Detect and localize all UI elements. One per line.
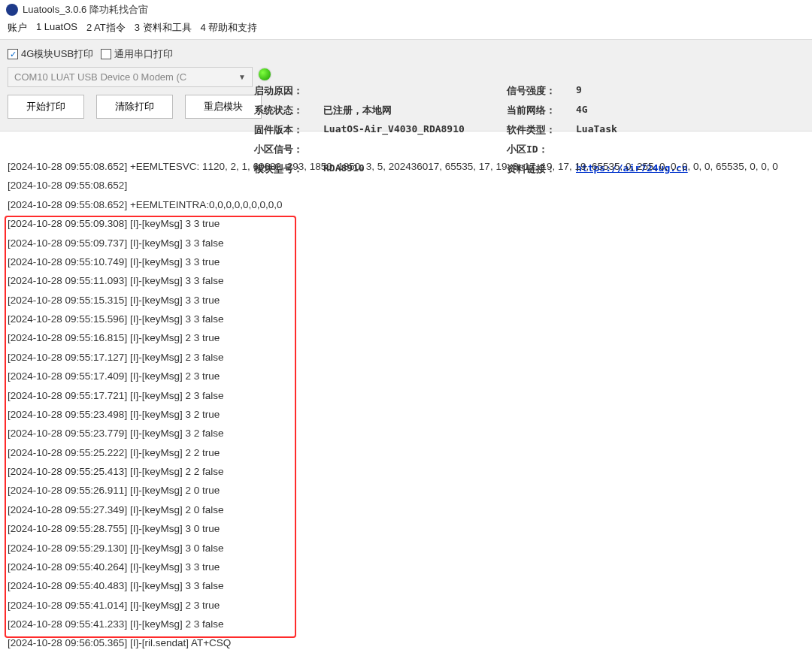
- log-line: [2024-10-28 09:55:23.779] [I]-[keyMsg] 3…: [8, 424, 804, 443]
- checkbox-serial-print[interactable]: 通用串口打印: [101, 47, 173, 61]
- log-line: [2024-10-28 09:55:29.130] [I]-[keyMsg] 3…: [8, 539, 804, 558]
- log-line: [2024-10-28 09:55:40.264] [I]-[keyMsg] 3…: [8, 558, 804, 576]
- com-port-select[interactable]: COM10 LUAT USB Device 0 Modem (C ▼: [8, 67, 253, 87]
- menu-at[interactable]: 2 AT指令: [86, 21, 126, 35]
- log-line: [2024-10-28 09:55:11.093] [I]-[keyMsg] 3…: [8, 271, 804, 290]
- label-boot: 启动原因：: [254, 84, 320, 98]
- checkbox-usb-label: 4G模块USB打印: [21, 47, 93, 61]
- log-line: [2024-10-28 09:55:17.721] [I]-[keyMsg] 2…: [8, 386, 804, 405]
- log-line: [2024-10-28 09:55:25.413] [I]-[keyMsg] 2…: [8, 462, 804, 481]
- menu-luatos[interactable]: 1 LuatOS: [36, 21, 77, 35]
- log-line: [2024-10-28 09:55:15.596] [I]-[keyMsg] 3…: [8, 310, 804, 328]
- chevron-down-icon: ▼: [238, 73, 246, 81]
- log-line: [2024-10-28 09:55:23.498] [I]-[keyMsg] 3…: [8, 405, 804, 424]
- checkbox-serial-label: 通用串口打印: [114, 47, 173, 61]
- log-line: [2024-10-28 09:55:09.308] [I]-[keyMsg] 3…: [8, 214, 804, 233]
- log-line: [2024-10-28 09:55:28.755] [I]-[keyMsg] 3…: [8, 519, 804, 538]
- value-sys: 已注册，本地网: [323, 104, 504, 117]
- log-line: [2024-10-28 09:55:41.014] [I]-[keyMsg] 2…: [8, 596, 804, 615]
- start-print-button[interactable]: 开始打印: [8, 95, 84, 119]
- menubar: 账户 1 LuatOS 2 AT指令 3 资料和工具 4 帮助和支持: [0, 20, 812, 39]
- reboot-module-button[interactable]: 重启模块: [185, 95, 262, 119]
- log-line: [2024-10-28 09:55:08.652]: [8, 176, 804, 195]
- log-line: [2024-10-28 09:55:10.749] [I]-[keyMsg] 3…: [8, 252, 804, 271]
- window-title: Luatools_3.0.6 降功耗找合宙: [23, 3, 148, 17]
- log-line: [2024-10-28 09:55:26.911] [I]-[keyMsg] 2…: [8, 481, 804, 500]
- label-net: 当前网络：: [507, 104, 573, 117]
- com-port-value: COM10 LUAT USB Device 0 Modem (C: [14, 71, 186, 83]
- value-signal: 9: [576, 84, 756, 98]
- uncheck-icon: [101, 49, 111, 59]
- value-boot: [323, 84, 504, 98]
- log-line: [2024-10-28 09:55:17.127] [I]-[keyMsg] 2…: [8, 348, 804, 367]
- label-soft: 软件类型：: [507, 123, 573, 137]
- clear-print-button[interactable]: 清除打印: [96, 95, 173, 119]
- log-line: [2024-10-28 09:55:40.483] [I]-[keyMsg] 3…: [8, 576, 804, 595]
- titlebar: Luatools_3.0.6 降功耗找合宙: [0, 0, 812, 20]
- label-fw: 固件版本：: [254, 123, 320, 137]
- log-area[interactable]: [2024-10-28 09:55:08.652] +EEMLTESVC: 11…: [0, 153, 812, 657]
- log-line: [2024-10-28 09:55:09.737] [I]-[keyMsg] 3…: [8, 234, 804, 252]
- log-line: [2024-10-28 09:55:25.222] [I]-[keyMsg] 2…: [8, 443, 804, 462]
- checkbox-usb-print[interactable]: 4G模块USB打印: [8, 47, 93, 61]
- log-line: [2024-10-28 09:55:16.815] [I]-[keyMsg] 2…: [8, 328, 804, 347]
- app-icon: [6, 4, 18, 16]
- log-line: [2024-10-28 09:55:27.349] [I]-[keyMsg] 2…: [8, 500, 804, 519]
- log-line: [2024-10-28 09:55:08.652] +EEMLTEINTRA:0…: [8, 195, 804, 214]
- log-line: [2024-10-28 09:56:05.365] [I]-[ril.senda…: [8, 633, 804, 652]
- log-line: [2024-10-28 09:55:08.652] +EEMLTESVC: 11…: [8, 157, 804, 176]
- log-line: [2024-10-28 09:55:15.315] [I]-[keyMsg] 3…: [8, 291, 804, 310]
- value-net: 4G: [576, 104, 756, 117]
- menu-help[interactable]: 4 帮助和支持: [201, 21, 258, 35]
- value-fw: LuatOS-Air_V4030_RDA8910: [323, 123, 504, 137]
- value-soft: LuaTask: [576, 123, 756, 137]
- log-line: [2024-10-28 09:55:41.233] [I]-[keyMsg] 2…: [8, 615, 804, 633]
- label-signal: 信号强度：: [507, 84, 573, 98]
- menu-account[interactable]: 账户: [8, 21, 27, 35]
- label-sys: 系统状态：: [254, 104, 320, 117]
- status-led-icon: [259, 68, 271, 80]
- toolbar-wrap: 4G模块USB打印 通用串口打印 COM10 LUAT USB Device 0…: [0, 39, 812, 131]
- check-icon: [8, 49, 18, 59]
- log-line: [2024-10-28 09:55:17.409] [I]-[keyMsg] 2…: [8, 367, 804, 385]
- menu-docs[interactable]: 3 资料和工具: [135, 21, 192, 35]
